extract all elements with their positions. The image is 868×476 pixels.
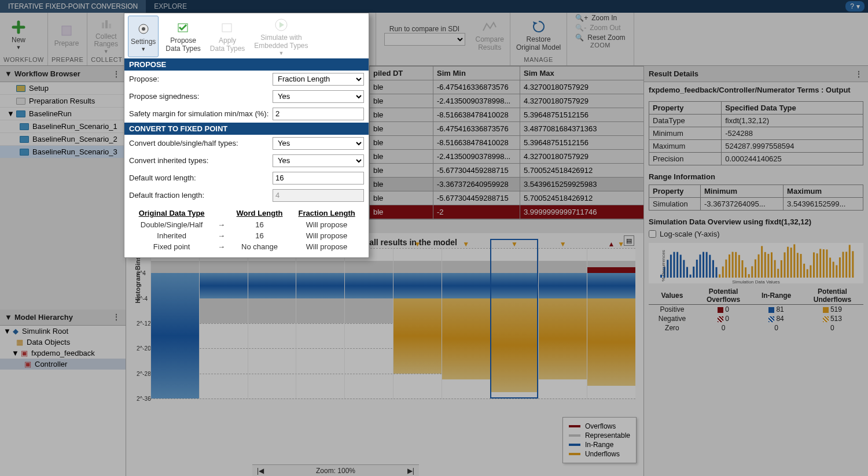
svg-rect-3 [109, 24, 111, 28]
settings-button[interactable]: Settings▼ [128, 16, 159, 57]
zoom-out-button: 🔍-Zoom Out [575, 24, 625, 32]
svg-rect-49 [807, 269, 808, 278]
svg-rect-13 [690, 275, 692, 278]
svg-rect-24 [725, 260, 727, 278]
svg-rect-18 [706, 252, 708, 278]
svg-rect-54 [823, 249, 825, 278]
svg-rect-14 [693, 267, 694, 278]
table-row[interactable]: ble-6.4754163368735764.32700180757929 [370, 80, 644, 94]
zoom-in-icon: 🔍+ [575, 14, 588, 22]
table-row[interactable]: ble-8.5166384784100285.39648751512156 [370, 108, 644, 122]
panel-menu-icon[interactable]: ⋮ [855, 69, 863, 79]
svg-rect-31 [748, 274, 750, 278]
table-row[interactable]: ble-5.6773044592887155.700524518426912 [370, 191, 644, 205]
table-row[interactable]: ble-5.6773044592887155.700524518426912 [370, 164, 644, 178]
convert-inherited-select[interactable]: Yes [273, 154, 364, 167]
help-button[interactable]: ?▾ [845, 1, 865, 12]
legend-toggle-icon[interactable]: ▤ [624, 235, 634, 246]
model-hierarchy-header: ▼Model Hierarchy ⋮ [0, 309, 126, 326]
panel-menu-icon[interactable]: ⋮ [112, 312, 121, 322]
mh-data-objects[interactable]: ▦Data Objects [0, 337, 126, 348]
mh-simulink-root[interactable]: ▼◆Simulink Root [0, 326, 126, 337]
svg-rect-1 [102, 23, 104, 28]
svg-rect-23 [722, 267, 724, 278]
svg-rect-12 [686, 267, 688, 277]
result-details-header: Result Details ⋮ [644, 66, 868, 82]
nav-first-button[interactable]: |◀ [257, 467, 264, 475]
col-sim-min[interactable]: Sim Min [433, 67, 520, 80]
apply-icon [219, 20, 236, 36]
table-row[interactable]: ble-2.41350090378998...4.32700180757929 [370, 150, 644, 164]
svg-rect-38 [771, 252, 773, 278]
mini-histogram: % Occurrences Simulation Data Values [649, 243, 863, 283]
mh-fxpdemo[interactable]: ▼▣fxpdemo_feedback [0, 348, 126, 359]
log-scale-checkbox[interactable] [649, 230, 656, 238]
default-wordlength-input[interactable] [273, 172, 364, 185]
col-compiled-dt[interactable]: piled DT [370, 67, 433, 80]
compare-icon [481, 19, 498, 35]
table-row[interactable]: ble-23.9999999999711746 [370, 205, 644, 219]
results-table[interactable]: piled DT Sim Min Sim Max ble-6.475416336… [369, 66, 643, 219]
tab-iterative[interactable]: ITERATIVE FIXED-POINT CONVERSION [0, 0, 146, 13]
prepare-icon [58, 23, 75, 39]
propose-data-types-button[interactable]: Propose Data Types [163, 16, 203, 57]
svg-rect-20 [712, 260, 714, 278]
nav-last-button[interactable]: ▶| [407, 467, 414, 475]
histogram-chart[interactable]: Histograms of all results in the model ▤… [126, 233, 643, 476]
convert-dsh-select[interactable]: Yes [273, 137, 364, 150]
subsystem-icon: ▣ [24, 360, 31, 368]
stats-table: Values Potential Overflows In-Range Pote… [649, 287, 863, 333]
svg-rect-27 [735, 252, 737, 278]
new-button[interactable]: New▼ [3, 18, 34, 51]
svg-rect-59 [839, 257, 841, 278]
wf-baseline-s2[interactable]: BaselineRun_Scenario_2 [0, 133, 126, 146]
svg-rect-0 [62, 26, 71, 35]
table-row[interactable]: ble-6.4754163368735763.4877081684371363 [370, 122, 644, 136]
spec-table: PropertySpecified Data Type DataTypefixd… [649, 101, 863, 165]
svg-rect-39 [774, 260, 776, 278]
compare-select[interactable] [384, 33, 465, 46]
svg-rect-28 [738, 255, 740, 278]
svg-rect-44 [790, 248, 792, 278]
mh-controller[interactable]: ▣Controller [0, 359, 126, 370]
propose-select[interactable]: Fraction Length [273, 73, 364, 86]
range-info-title: Range Information [649, 172, 863, 181]
zoom-in-button[interactable]: 🔍+Zoom In [575, 14, 625, 22]
simulate-embedded-button: Simulate with Embedded Types▼ [252, 16, 310, 57]
svg-rect-6 [667, 260, 668, 278]
svg-rect-56 [829, 257, 831, 278]
svg-rect-51 [813, 252, 815, 278]
wf-baseline-run[interactable]: ▼BaselineRun [0, 108, 126, 120]
signedness-select[interactable]: Yes [273, 90, 364, 103]
table-row[interactable]: ble-8.5166384784100285.39648751512156 [370, 136, 644, 150]
reset-zoom-icon: 🔍 [575, 34, 584, 42]
wf-baseline-s3[interactable]: BaselineRun_Scenario_3 [0, 146, 126, 158]
gear-icon [135, 21, 152, 37]
table-row[interactable]: ble-3.3673726409599283.543961525992598​3 [370, 178, 644, 191]
col-sim-max[interactable]: Sim Max [520, 67, 644, 80]
range-table: PropertyMinimumMaximum Simulation-3.3673… [649, 185, 863, 211]
safety-margin-input[interactable] [273, 108, 364, 120]
propose-icon [175, 20, 192, 36]
simulink-icon: ◆ [13, 327, 19, 335]
svg-rect-22 [719, 274, 720, 278]
chart-legend: Overflows Representable In-Range Underfl… [562, 417, 637, 463]
tab-explore[interactable]: EXPLORE [146, 0, 195, 13]
svg-rect-11 [683, 260, 685, 278]
wf-prep-results[interactable]: Preparation Results [0, 95, 126, 108]
panel-menu-icon[interactable]: ⋮ [112, 69, 121, 79]
wf-baseline-s1[interactable]: BaselineRun_Scenario_1 [0, 120, 126, 133]
svg-rect-21 [716, 267, 718, 278]
svg-rect-29 [741, 260, 743, 278]
wf-setup[interactable]: Setup [0, 82, 126, 95]
reset-zoom-button[interactable]: 🔍Reset Zoom [575, 34, 625, 42]
play-icon [273, 17, 289, 33]
svg-rect-8 [674, 252, 675, 277]
restore-model-button[interactable]: Restore Original Model [514, 17, 563, 53]
svg-rect-41 [781, 260, 782, 278]
apply-data-types-button: Apply Data Types [208, 16, 247, 57]
svg-rect-9 [676, 252, 678, 278]
svg-point-65 [142, 27, 145, 31]
result-path: fxpdemo_feedback/Controller/Numerator Te… [649, 86, 863, 95]
table-row[interactable]: ble-2.41350090378998...4.32700180757929 [370, 94, 644, 108]
